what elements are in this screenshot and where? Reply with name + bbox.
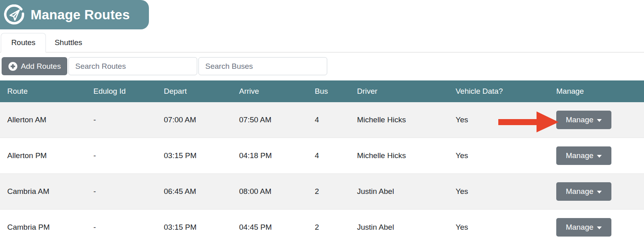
manage-button[interactable]: Manage [556,146,611,165]
add-routes-button-label: Add Routes [21,62,61,71]
cell-driver: Michelle Hicks [357,115,456,124]
table-body: Allerton AM - 07:00 AM 07:50 AM 4 Michel… [0,102,644,245]
plus-circle-icon [8,62,18,71]
cell-bus: 4 [315,151,357,160]
routes-table: Route Edulog Id Depart Arrive Bus Driver… [0,80,644,245]
tab-routes[interactable]: Routes [1,33,46,53]
cell-bus: 4 [315,115,357,124]
cell-driver: Justin Abel [357,187,456,196]
cell-driver: Michelle Hicks [357,151,456,160]
toolbar: Add Routes [0,57,644,75]
manage-button-label: Manage [566,151,594,160]
column-header-driver: Driver [357,87,456,96]
cell-route: Allerton AM [0,115,93,124]
manage-button-label: Manage [566,115,594,124]
table-row: Allerton AM - 07:00 AM 07:50 AM 4 Michel… [0,102,644,138]
cell-vehicle-data: Yes [456,115,556,124]
caret-down-icon [597,119,602,122]
add-routes-button[interactable]: Add Routes [2,57,67,75]
cell-edulog-id: - [93,151,164,160]
search-routes-input[interactable] [68,57,197,75]
column-header-edulog-id: Edulog Id [93,87,164,96]
manage-button[interactable]: Manage [556,182,611,201]
paper-plane-logo-icon [4,4,25,25]
cell-route: Cambria AM [0,187,93,196]
table-row: Allerton PM - 03:15 PM 04:18 PM 4 Michel… [0,138,644,174]
cell-edulog-id: - [93,115,164,124]
cell-vehicle-data: Yes [456,187,556,196]
caret-down-icon [597,191,602,194]
cell-vehicle-data: Yes [456,151,556,160]
cell-depart: 03:15 PM [164,223,239,232]
caret-down-icon [597,155,602,158]
cell-vehicle-data: Yes [456,223,556,232]
caret-down-icon [597,226,602,229]
cell-route: Cambria PM [0,223,93,232]
column-header-manage: Manage [556,87,637,96]
app-header-badge: Manage Routes [0,0,149,29]
cell-bus: 2 [315,223,357,232]
cell-depart: 07:00 AM [164,115,239,124]
column-header-arrive: Arrive [239,87,315,96]
column-header-bus: Bus [315,87,357,96]
manage-button[interactable]: Manage [556,111,611,129]
manage-button-label: Manage [566,187,594,196]
cell-bus: 2 [315,187,357,196]
cell-arrive: 08:00 AM [239,187,315,196]
page-title: Manage Routes [31,7,130,23]
cell-depart: 06:45 AM [164,187,239,196]
table-row: Cambria PM - 03:15 PM 04:45 PM 2 Justin … [0,210,644,245]
search-buses-input[interactable] [198,57,327,75]
column-header-vehicle-data: Vehicle Data? [456,87,556,96]
cell-driver: Justin Abel [357,223,456,232]
manage-button-label: Manage [566,223,594,232]
cell-arrive: 07:50 AM [239,115,315,124]
cell-route: Allerton PM [0,151,93,160]
column-header-route: Route [0,87,93,96]
manage-button[interactable]: Manage [556,218,611,237]
tab-shuttles[interactable]: Shuttles [46,33,91,52]
table-row: Cambria AM - 06:45 AM 08:00 AM 2 Justin … [0,174,644,210]
table-header-row: Route Edulog Id Depart Arrive Bus Driver… [0,80,644,102]
cell-arrive: 04:45 PM [239,223,315,232]
column-header-depart: Depart [164,87,239,96]
tab-bar: Routes Shuttles [0,33,644,53]
cell-depart: 03:15 PM [164,151,239,160]
cell-edulog-id: - [93,187,164,196]
cell-arrive: 04:18 PM [239,151,315,160]
cell-edulog-id: - [93,223,164,232]
